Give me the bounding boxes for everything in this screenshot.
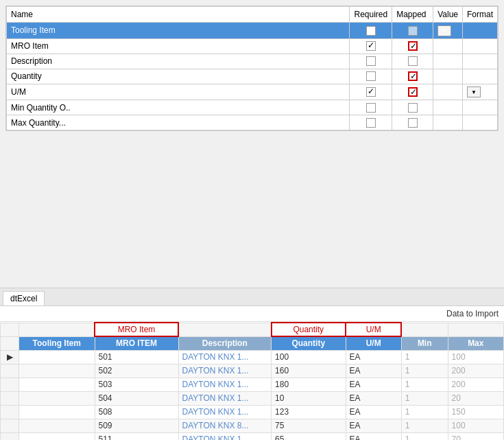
mapping-row-required[interactable] xyxy=(350,115,392,130)
import-um: EA xyxy=(346,378,401,391)
import-quantity: 65 xyxy=(272,432,346,440)
value-dropdown[interactable]: ▼ xyxy=(437,25,451,36)
mapping-row-value[interactable] xyxy=(433,115,463,130)
import-row[interactable]: 502DAYTON KNX 1...160EA1200 xyxy=(1,364,504,378)
mapped-checkbox[interactable] xyxy=(408,87,418,97)
mapped-checkbox[interactable] xyxy=(408,41,418,51)
required-checkbox[interactable] xyxy=(366,87,376,97)
mapping-row-value[interactable] xyxy=(433,84,463,100)
mapped-checkbox[interactable] xyxy=(408,26,418,36)
required-checkbox[interactable] xyxy=(366,26,376,36)
mapped-checkbox[interactable] xyxy=(408,71,418,81)
mapping-row-mapped[interactable] xyxy=(392,23,433,39)
import-mroitem: 501 xyxy=(95,350,178,364)
import-max: 200 xyxy=(448,378,503,391)
import-um: EA xyxy=(346,405,401,419)
import-min: 1 xyxy=(401,350,448,364)
um-header: U/M xyxy=(346,336,401,350)
mapping-row-required[interactable] xyxy=(350,38,392,54)
row-arrow xyxy=(1,364,19,378)
mapping-row-format[interactable] xyxy=(462,38,497,54)
mapping-row-mapped[interactable] xyxy=(392,115,433,130)
import-description: DAYTON KNX 1... xyxy=(178,378,272,391)
desc-col-header xyxy=(178,323,272,336)
mapping-row-mapped[interactable] xyxy=(392,38,433,54)
max-header: Max xyxy=(448,336,503,350)
tab-dtexcel[interactable]: dtExcel xyxy=(3,291,45,305)
import-row[interactable]: 504DAYTON KNX 1...10EA120 xyxy=(1,391,504,405)
arrow-col-header xyxy=(1,323,19,336)
mapping-row-value[interactable] xyxy=(433,38,463,54)
mapping-row-value[interactable]: ▼ xyxy=(433,23,463,39)
import-toolingitem xyxy=(19,350,95,364)
mapping-row-value[interactable] xyxy=(433,100,463,115)
mapped-checkbox[interactable] xyxy=(408,103,418,113)
col-header-format: Format xyxy=(462,7,497,23)
mapping-row-format[interactable] xyxy=(462,23,497,39)
import-min: 1 xyxy=(401,419,448,432)
import-row[interactable]: 509DAYTON KNX 8...75EA1100 xyxy=(1,419,504,432)
bottom-section: dtExcel Data to Import MRO Item Quantity… xyxy=(0,288,504,440)
mapping-section: Name Required Mapped Value Format Toolin… xyxy=(5,5,499,131)
mapping-row-value[interactable] xyxy=(433,69,463,84)
mapping-row-required[interactable] xyxy=(350,84,392,100)
import-row[interactable]: 503DAYTON KNX 1...180EA1200 xyxy=(1,378,504,391)
import-quantity: 10 xyxy=(272,391,346,405)
mapping-row-mapped[interactable] xyxy=(392,84,433,100)
import-max: 20 xyxy=(448,391,503,405)
mapping-row-name: MRO Item xyxy=(7,38,350,54)
import-toolingitem xyxy=(19,405,95,419)
mapped-checkbox[interactable] xyxy=(408,56,418,66)
mapping-row-format[interactable]: ▼ xyxy=(462,84,497,100)
mapping-row-mapped[interactable] xyxy=(392,54,433,69)
mapped-checkbox[interactable] xyxy=(408,118,418,128)
import-quantity: 160 xyxy=(272,364,346,378)
mapping-row-format[interactable] xyxy=(462,54,497,69)
import-quantity: 75 xyxy=(272,419,346,432)
import-row[interactable]: 511DAYTON KNX 1...65EA170 xyxy=(1,432,504,440)
import-mroitem: 509 xyxy=(95,419,178,432)
import-quantity: 123 xyxy=(272,405,346,419)
required-checkbox[interactable] xyxy=(366,41,376,51)
mapping-row-format[interactable] xyxy=(462,69,497,84)
format-dropdown[interactable]: ▼ xyxy=(467,86,481,97)
mapping-row-value[interactable] xyxy=(433,54,463,69)
mapping-row-format[interactable] xyxy=(462,115,497,130)
import-toolingitem xyxy=(19,419,95,432)
mapping-row-required[interactable] xyxy=(350,23,392,39)
spacer-area xyxy=(0,137,504,288)
import-mroitem: 503 xyxy=(95,378,178,391)
mapping-row-format[interactable] xyxy=(462,100,497,115)
row-arrow xyxy=(1,419,19,432)
required-checkbox[interactable] xyxy=(366,103,376,113)
col-header-row: MRO Item Quantity U/M xyxy=(1,323,504,336)
mroitem-col-header: MRO Item xyxy=(95,323,178,336)
mapping-row-required[interactable] xyxy=(350,100,392,115)
row-arrow xyxy=(1,391,19,405)
mapping-row-name: Max Quantity... xyxy=(7,115,350,130)
mapping-row-mapped[interactable] xyxy=(392,100,433,115)
required-checkbox[interactable] xyxy=(366,118,376,128)
import-description: DAYTON KNX 1... xyxy=(178,432,272,440)
import-toolingitem xyxy=(19,391,95,405)
import-max: 100 xyxy=(448,419,503,432)
import-um: EA xyxy=(346,364,401,378)
import-toolingitem xyxy=(19,378,95,391)
toolingitem-header: Tooling Item xyxy=(19,336,95,350)
mroitem-header: MRO ITEM xyxy=(95,336,178,350)
import-description: DAYTON KNX 8... xyxy=(178,419,272,432)
mapping-row-mapped[interactable] xyxy=(392,69,433,84)
mapping-row-required[interactable] xyxy=(350,69,392,84)
max-col-header xyxy=(448,323,503,336)
row-arrow xyxy=(1,405,19,419)
import-max: 70 xyxy=(448,432,503,440)
col-header-mapped: Mapped xyxy=(392,7,433,23)
import-description: DAYTON KNX 1... xyxy=(178,391,272,405)
import-table: MRO Item Quantity U/M Tooling Item MRO I… xyxy=(0,322,504,440)
mapping-row-required[interactable] xyxy=(350,54,392,69)
import-row[interactable]: 508DAYTON KNX 1...123EA1150 xyxy=(1,405,504,419)
required-checkbox[interactable] xyxy=(366,56,376,66)
required-checkbox[interactable] xyxy=(366,71,376,81)
import-um: EA xyxy=(346,432,401,440)
import-row[interactable]: ▶501DAYTON KNX 1...100EA1100 xyxy=(1,350,504,364)
